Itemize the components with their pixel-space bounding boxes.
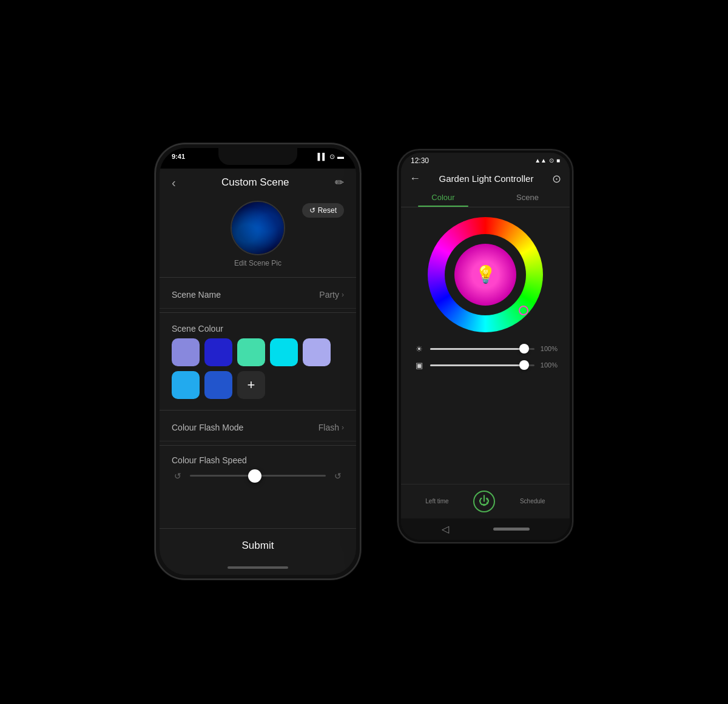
sun-icon: ☀ bbox=[413, 344, 425, 354]
brightness-slider-1[interactable] bbox=[430, 348, 534, 350]
android-status-icons: ▲▲ ⊙ ■ bbox=[534, 157, 560, 164]
flash-speed-label: Colour Flash Speed bbox=[172, 455, 344, 465]
submit-area: Submit bbox=[160, 528, 356, 575]
app-scene: 9:41 ▌▌⊙▬ ‹ Custom Scene ✏ ↺ bbox=[0, 0, 728, 704]
colour-flash-mode-row[interactable]: Colour Flash Mode Flash › bbox=[160, 414, 356, 441]
colour-swatch-5[interactable] bbox=[303, 338, 331, 366]
status-time: 9:41 bbox=[172, 153, 185, 160]
notch bbox=[218, 148, 297, 165]
home-bar bbox=[228, 566, 288, 569]
slider-thumb[interactable] bbox=[248, 469, 261, 483]
brightness-row-1[interactable]: ☀ 100% bbox=[413, 341, 558, 357]
power-icon[interactable]: ⏻ bbox=[473, 491, 495, 512]
flash-speed-section: Colour Flash Speed ↺ ↺ bbox=[160, 449, 356, 491]
android-back-button[interactable]: ← bbox=[410, 172, 420, 185]
brightness-row-2[interactable]: ▣ 100% bbox=[413, 357, 558, 374]
colour-swatch-7[interactable] bbox=[204, 371, 232, 399]
tab-scene[interactable]: Scene bbox=[485, 188, 570, 207]
brightness-thumb-1[interactable] bbox=[519, 344, 529, 354]
colour-swatch-4[interactable] bbox=[270, 338, 298, 366]
nav-home-pill[interactable] bbox=[493, 528, 530, 531]
left-time-label: Left time bbox=[425, 498, 448, 505]
scene-name-row[interactable]: Scene Name Party › bbox=[160, 281, 356, 309]
back-button[interactable]: ‹ bbox=[172, 176, 176, 190]
scene-pic[interactable] bbox=[231, 201, 285, 255]
flash-chevron-icon: › bbox=[342, 423, 344, 432]
nav-back-button[interactable]: ◁ bbox=[442, 523, 449, 535]
scene-name-label: Scene Name bbox=[172, 290, 221, 300]
colour-swatch-6[interactable] bbox=[172, 371, 200, 399]
slider-track[interactable] bbox=[190, 475, 326, 477]
colour-grid: + bbox=[160, 338, 356, 406]
edit-pic-label[interactable]: Edit Scene Pic bbox=[234, 259, 281, 267]
status-icons: ▌▌⊙▬ bbox=[317, 153, 344, 161]
reset-icon: ↺ bbox=[309, 206, 315, 215]
battery-icon: ■ bbox=[556, 157, 560, 164]
phone1-header: ‹ Custom Scene ✏ bbox=[160, 169, 356, 195]
brightness-thumb-2[interactable] bbox=[519, 360, 529, 370]
power-button[interactable]: ⏻ bbox=[473, 491, 495, 512]
left-time-item[interactable]: Left time bbox=[425, 498, 448, 505]
colour-swatch-2[interactable] bbox=[204, 338, 232, 366]
brightness-value-1: 100% bbox=[539, 345, 558, 352]
colour-swatch-1[interactable] bbox=[172, 338, 200, 366]
flash-speed-slider[interactable]: ↺ ↺ bbox=[172, 471, 344, 481]
android-tabs: Colour Scene bbox=[401, 188, 570, 207]
scene-colour-section-label: Scene Colour bbox=[160, 317, 356, 338]
colour-wheel-area[interactable]: 💡 bbox=[401, 207, 570, 338]
bulb-icon: 💡 bbox=[475, 264, 496, 284]
home-indicator bbox=[160, 563, 356, 575]
schedule-item[interactable]: Schedule bbox=[520, 498, 545, 505]
colour-picker-handle[interactable] bbox=[519, 306, 528, 315]
schedule-label: Schedule bbox=[520, 498, 545, 505]
edit-icon[interactable]: ✏ bbox=[335, 176, 344, 189]
colour-wheel-center[interactable]: 💡 bbox=[454, 244, 516, 306]
wifi-icon: ⊙ bbox=[549, 157, 554, 164]
signal-icon: ▲▲ bbox=[534, 157, 547, 164]
page-title: Custom Scene bbox=[221, 176, 289, 189]
colour-swatch-3[interactable] bbox=[237, 338, 265, 366]
submit-button[interactable]: Submit bbox=[160, 529, 356, 563]
chevron-icon: › bbox=[342, 290, 344, 299]
brightness-slider-2[interactable] bbox=[430, 364, 534, 366]
android-page-title: Garden Light Controller bbox=[420, 173, 552, 184]
speed-slow-icon: ↺ bbox=[172, 471, 184, 481]
android-status-bar: 12:30 ▲▲ ⊙ ■ bbox=[401, 153, 570, 169]
colour-wheel[interactable]: 💡 bbox=[428, 217, 543, 332]
phone-2-device: 12:30 ▲▲ ⊙ ■ ← Garden Light Controller ⊙… bbox=[397, 149, 573, 543]
scene-name-value: Party › bbox=[319, 290, 344, 300]
scene-pic-area: ↺ Reset Edit Scene Pic bbox=[160, 195, 356, 273]
reset-button[interactable]: ↺ Reset bbox=[302, 203, 344, 218]
phone-1-device: 9:41 ▌▌⊙▬ ‹ Custom Scene ✏ ↺ bbox=[155, 143, 361, 580]
android-menu-icon[interactable]: ⊙ bbox=[552, 172, 561, 186]
square-icon: ▣ bbox=[413, 361, 425, 370]
colour-flash-mode-value: Flash › bbox=[318, 423, 344, 432]
speed-fast-icon: ↺ bbox=[332, 471, 344, 481]
brightness-section: ☀ 100% ▣ 100% bbox=[401, 338, 570, 376]
android-header: ← Garden Light Controller ⊙ bbox=[401, 169, 570, 188]
brightness-value-2: 100% bbox=[539, 361, 558, 369]
android-time: 12:30 bbox=[411, 156, 429, 165]
tab-colour[interactable]: Colour bbox=[401, 188, 485, 207]
android-footer: Left time ⏻ Schedule bbox=[401, 484, 570, 518]
colour-flash-mode-label: Colour Flash Mode bbox=[172, 423, 243, 432]
add-colour-button[interactable]: + bbox=[237, 371, 265, 399]
android-nav-bar: ◁ bbox=[401, 518, 570, 540]
